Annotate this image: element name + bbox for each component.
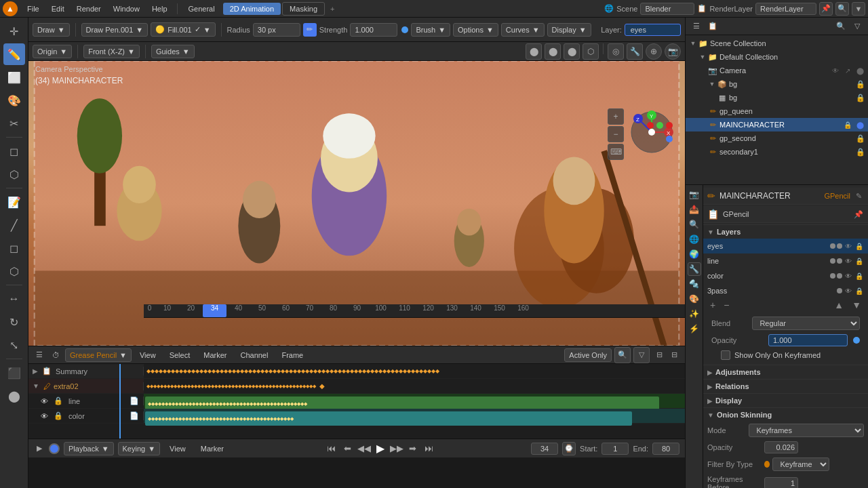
menu-help[interactable]: Help [146, 3, 173, 14]
prop-physics-icon[interactable]: ⚡ [688, 322, 701, 336]
prev-frame-btn[interactable]: ⬅ [341, 442, 355, 455]
viewport-shading-material[interactable]: ⬤ [545, 43, 561, 60]
prop-modifier-icon[interactable]: 🔩 [688, 277, 701, 291]
prop-scene-icon[interactable]: 🌐 [688, 232, 701, 246]
tab-2d-animation[interactable]: 2D Animation [223, 3, 281, 15]
mc-lock[interactable]: 🔒 [842, 119, 853, 130]
viewport-3d[interactable]: Camera Perspective (34) MAINCHARACTER [28, 61, 685, 346]
menu-file[interactable]: File [22, 3, 45, 14]
fill-dropdown[interactable]: 🟡 Fill.001 ✓ ▼ [151, 22, 215, 37]
outliner-bg-group[interactable]: ▼ 📦 bg 🔒 [686, 77, 868, 91]
prop-view-icon[interactable]: 🔍 [688, 218, 701, 231]
timeline-type-icon[interactable]: ⏱ [49, 348, 62, 362]
zoom-in-btn[interactable]: + [608, 108, 624, 125]
prev-keyframe-btn[interactable]: ◀◀ [357, 442, 371, 455]
cut-tool[interactable]: ✂ [3, 113, 25, 134]
opacity-value[interactable]: 1.000 [768, 334, 848, 346]
viewport-shading-rendered[interactable]: ⬤ [564, 43, 580, 60]
layer-3pass[interactable]: 3pass 👁 🔒 [703, 283, 868, 298]
prop-world-icon[interactable]: 🌍 [688, 247, 701, 261]
show-keyframed-row[interactable]: Show Only On Keyframed [707, 348, 864, 362]
filter-select[interactable]: Keyframe [772, 458, 829, 471]
navigation-gizmo[interactable]: X Y Z [628, 108, 675, 157]
line-vis[interactable]: 👁 [844, 256, 853, 266]
line-vis-icon[interactable]: 👁 [41, 397, 48, 405]
scale-tool[interactable]: ⤡ [3, 334, 25, 356]
prop-particles-icon[interactable]: ✨ [688, 307, 701, 321]
outliner-camera[interactable]: 📷 Camera 👁 ↗ ⬤ [686, 64, 868, 77]
color-lock-icon[interactable]: 🔒 [54, 411, 63, 420]
sc-expand[interactable]: ▼ [688, 39, 698, 48]
outliner-scene-collection[interactable]: ▼ 📁 Scene Collection [686, 37, 868, 50]
color-vis-icon[interactable]: 👁 [41, 412, 48, 420]
line-lock-icon[interactable]: 🔒 [54, 396, 63, 405]
tl-search[interactable]: 🔍 [614, 347, 631, 363]
bg-expand[interactable]: ▼ [707, 79, 717, 89]
3pass-vis[interactable]: 👁 [844, 286, 853, 296]
expand-arrow[interactable]: ▶ [33, 367, 38, 375]
tl-opt2[interactable]: ⊟ [667, 348, 681, 362]
tl-view[interactable]: View [134, 350, 161, 361]
zoom-out-btn[interactable]: − [608, 126, 624, 142]
color-lock2[interactable]: 🔒 [854, 271, 864, 281]
play-btn[interactable]: ▶ [374, 442, 387, 455]
outliner-secondary1[interactable]: ✏ secondary1 🔒 [686, 145, 868, 159]
tl-frame[interactable]: Frame [276, 350, 309, 361]
next-keyframe-btn[interactable]: ▶▶ [390, 442, 403, 455]
opacity-keyframe-btn[interactable] [853, 337, 860, 344]
cam-vis[interactable]: 👁 [830, 65, 841, 76]
draw-tool[interactable]: ✏️ [3, 43, 25, 65]
frame-time-toggle[interactable]: ⌚ [562, 442, 576, 455]
tool-dropdown[interactable]: Draw Pen.001 ▼ [81, 23, 149, 37]
current-frame-display[interactable]: 34 [531, 443, 558, 455]
tab-masking[interactable]: Masking [282, 2, 325, 16]
tab-general[interactable]: General [182, 3, 222, 15]
outliner-menu-btn[interactable]: ☰ [690, 20, 703, 33]
pb-marker[interactable]: Marker [195, 443, 229, 454]
prop-shader-icon[interactable]: 🎨 [688, 292, 701, 306]
pb-view[interactable]: View [164, 443, 191, 454]
remove-layer-btn[interactable]: − [721, 300, 732, 310]
pin-button[interactable]: 📌 [819, 2, 833, 16]
layers-header[interactable]: ▼ Layers [703, 225, 868, 239]
gp-tool-dropdown[interactable]: Grease Pencil ▼ [65, 348, 132, 362]
end-frame-input[interactable]: 80 [652, 443, 679, 455]
scene-dropdown[interactable]: Blender [640, 3, 694, 15]
strength-input[interactable]: 1.000 [350, 23, 397, 37]
curves-dropdown[interactable]: Curves ▼ [501, 23, 545, 37]
start-frame-input[interactable]: 1 [601, 443, 629, 455]
circle-tool[interactable]: ⬤ [3, 385, 25, 407]
prop-render-icon[interactable]: 📷 [688, 188, 701, 201]
tl-filter[interactable]: ▽ [633, 347, 650, 363]
outliner-gp-queen[interactable]: ✏ gp_queen [686, 104, 868, 118]
display-dropdown[interactable]: Display ▼ [547, 23, 591, 37]
annotate-tool[interactable]: 📝 [3, 191, 25, 213]
tl-select[interactable]: Select [164, 350, 196, 361]
outliner-filter-btn[interactable]: ▽ [850, 20, 864, 33]
keying-dropdown[interactable]: Keying ▼ [118, 442, 161, 455]
outliner-search-btn[interactable]: 🔍 [834, 20, 848, 33]
onion-header[interactable]: ▼ Onion Skinning [703, 408, 868, 422]
expand-timeline-btn[interactable]: ▶ [34, 443, 45, 454]
radius-input[interactable]: 30 px [253, 23, 300, 37]
tl-marker[interactable]: Marker [198, 350, 232, 361]
show-keyframed-cb[interactable] [721, 350, 730, 360]
options-dropdown[interactable]: Options ▼ [453, 23, 498, 37]
layer-line[interactable]: line 👁 🔒 [703, 253, 868, 268]
cam-render[interactable]: ⬤ [854, 65, 865, 76]
layer-up-btn[interactable]: ▲ [831, 300, 846, 310]
annotate-polygon-tool[interactable]: ◻ [3, 237, 25, 259]
layer-eyes[interactable]: eyes 👁 🔒 [703, 239, 868, 253]
menu-render[interactable]: Render [71, 3, 106, 14]
extra02-expand[interactable]: ▼ [33, 382, 39, 390]
onion-mode-select[interactable]: Keyframes [749, 424, 864, 437]
radius-pen-icon[interactable]: ✏ [303, 23, 317, 37]
mode-dropdown[interactable]: Draw ▼ [33, 23, 70, 37]
tint-tool[interactable]: 🎨 [3, 89, 25, 111]
timeline-menu-icon[interactable]: ☰ [33, 348, 46, 362]
filter-button[interactable]: ▼ [852, 2, 865, 16]
outliner-bg-mesh[interactable]: ▦ bg 🔒 [686, 91, 868, 104]
origin-dropdown[interactable]: Origin ▼ [33, 45, 72, 58]
select-box-tool[interactable]: ◻ [3, 140, 25, 162]
search-button[interactable]: 🔍 [835, 2, 849, 16]
